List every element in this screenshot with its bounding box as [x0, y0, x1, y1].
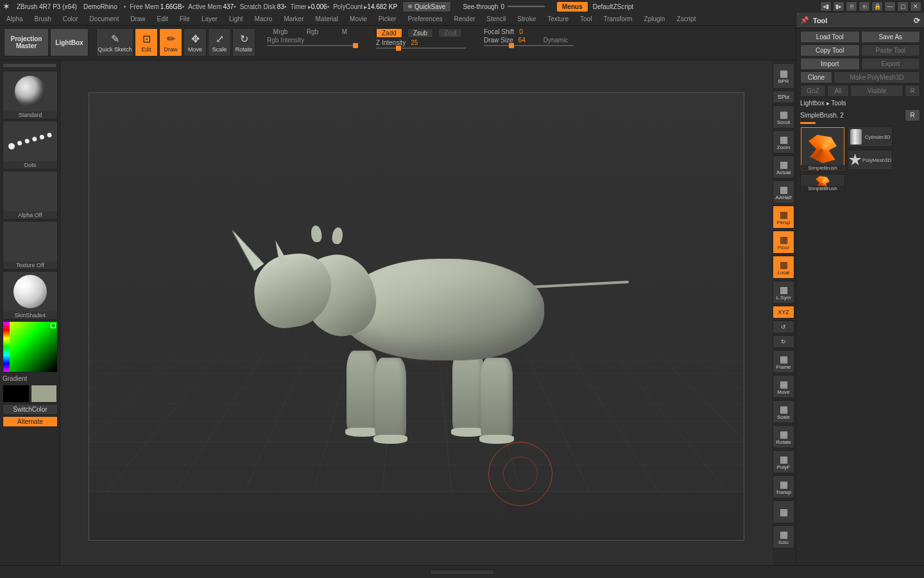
bpr-button[interactable]: ▦BPR: [773, 63, 794, 89]
brush-selector[interactable]: Standard: [3, 71, 58, 119]
texture-selector[interactable]: Texture Off: [3, 221, 58, 270]
menu-document[interactable]: Document: [90, 15, 119, 22]
menu-draw[interactable]: Draw: [130, 15, 145, 22]
maximize-icon[interactable]: ▢: [897, 1, 909, 12]
menu-marker[interactable]: Marker: [284, 15, 304, 22]
xyz-button[interactable]: XYZ: [773, 306, 794, 319]
main-color-swatch[interactable]: [3, 385, 30, 403]
history-next-icon[interactable]: ▮▸: [833, 1, 844, 12]
polyf-button[interactable]: ▦PolyF: [773, 450, 794, 473]
secondary-color-swatch[interactable]: [31, 385, 58, 403]
scroll-button[interactable]: ▦Scroll: [773, 105, 794, 128]
m-button[interactable]: M: [331, 28, 358, 35]
zsub-button[interactable]: Zsub: [407, 28, 433, 38]
persp-button[interactable]: ▦Persp: [773, 206, 794, 229]
color-swatches[interactable]: [3, 385, 57, 403]
menu-preferences[interactable]: Preferences: [408, 15, 443, 22]
lock-icon[interactable]: 🔒: [871, 1, 883, 12]
tool-thumb-cylinder[interactable]: Cylinder3D: [848, 127, 893, 147]
menu-file[interactable]: File: [180, 15, 190, 22]
menu-stencil[interactable]: Stencil: [486, 15, 506, 22]
current-tool-name[interactable]: SimpleBrush. 2: [800, 112, 903, 119]
zcut-button[interactable]: Zcut: [438, 28, 462, 38]
menu-brush[interactable]: Brush: [35, 15, 51, 22]
local-button[interactable]: ▦Local: [773, 256, 794, 279]
menu-render[interactable]: Render: [454, 15, 475, 22]
tray-handle[interactable]: [3, 63, 57, 68]
quicksave-button[interactable]: QuickSave: [402, 1, 451, 12]
rgb-button[interactable]: Rgb: [299, 28, 326, 35]
spix-button[interactable]: SPix: [773, 91, 794, 103]
gradient-label[interactable]: Gradient: [3, 374, 57, 383]
menu-zscript[interactable]: Zscript: [676, 15, 696, 22]
switch-color-button[interactable]: SwitchColor: [3, 404, 58, 415]
history-prev-icon[interactable]: ◂▮: [820, 1, 832, 12]
menu-tool[interactable]: Tool: [580, 15, 592, 22]
scale-mode-button[interactable]: ⤢Scale: [208, 28, 231, 57]
menus-button[interactable]: Menus: [557, 2, 588, 12]
z-intensity-slider[interactable]: [376, 48, 466, 49]
minimize-icon[interactable]: —: [884, 1, 896, 12]
menu-stroke[interactable]: Stroke: [517, 15, 536, 22]
refresh-icon[interactable]: ⟳: [914, 16, 920, 25]
blank-button[interactable]: ▦: [773, 500, 794, 523]
menu-material[interactable]: Material: [316, 15, 339, 22]
close-icon[interactable]: ✕: [910, 1, 921, 12]
goz-visible-button[interactable]: Visible: [850, 85, 903, 97]
aahalf-button[interactable]: ▦AAHalf: [773, 180, 794, 204]
dynamic-label[interactable]: Dynamic: [543, 37, 569, 44]
menu-color[interactable]: Color: [63, 15, 78, 22]
stroke-selector[interactable]: Dots: [3, 121, 58, 170]
zoom-button[interactable]: ▦Zoom: [773, 130, 794, 153]
tool-thumb-polymesh[interactable]: PolyMesh3D: [848, 150, 893, 170]
menu-transform[interactable]: Transform: [603, 15, 632, 22]
export-button[interactable]: Export: [861, 58, 921, 70]
hue-strip[interactable]: [3, 322, 10, 372]
draw-mode-button[interactable]: ✏Draw: [159, 28, 182, 57]
tool-r-button[interactable]: R: [905, 109, 920, 121]
alpha-selector[interactable]: Alpha Off: [3, 171, 58, 220]
copy-tool-button[interactable]: Copy Tool: [800, 44, 860, 57]
menu-picker[interactable]: Picker: [379, 15, 397, 22]
transp-button[interactable]: ▦Transp: [773, 475, 794, 498]
menu-texture[interactable]: Texture: [547, 15, 569, 22]
float-panel-icon[interactable]: ⎗: [859, 1, 870, 12]
goz-all-button[interactable]: All: [827, 85, 849, 97]
solo-button[interactable]: ▦Solo: [773, 525, 794, 548]
frame-button[interactable]: ▦Frame: [773, 350, 794, 373]
mrgb-button[interactable]: Mrgb: [267, 28, 294, 35]
move-mode-button[interactable]: ✥Move: [184, 28, 207, 57]
floor-button[interactable]: ▦Floor: [773, 231, 794, 254]
goz-r-button[interactable]: R: [905, 85, 920, 97]
float-menu-icon[interactable]: ⎘: [846, 1, 857, 12]
material-selector[interactable]: SkinShade4: [3, 271, 58, 320]
menu-macro[interactable]: Macro: [255, 15, 273, 22]
default-zscript[interactable]: DefaultZScript: [593, 3, 633, 10]
scale-button[interactable]: ▦Scale: [773, 400, 794, 423]
menu-edit[interactable]: Edit: [157, 15, 168, 22]
viewport[interactable]: [89, 92, 744, 541]
menu-zplugin[interactable]: Zplugin: [644, 15, 665, 22]
menu-layer[interactable]: Layer: [201, 15, 218, 22]
quick-sketch-button[interactable]: ✎ Quick Sketch: [96, 28, 133, 57]
clone-button[interactable]: Clone: [800, 71, 832, 83]
tool-thumb-simplebrush-2[interactable]: SimpleBrush: [800, 174, 845, 192]
rotate-button[interactable]: ▦Rotate: [773, 425, 794, 448]
alternate-button[interactable]: Alternate: [3, 416, 58, 427]
resize-grip-icon[interactable]: [430, 570, 494, 575]
--button[interactable]: ↺: [773, 320, 794, 333]
load-tool-button[interactable]: Load Tool: [800, 31, 860, 43]
rotate-mode-button[interactable]: ↻Rotate: [232, 28, 255, 57]
paste-tool-button[interactable]: Paste Tool: [861, 44, 921, 57]
make-polymesh-button[interactable]: Make PolyMesh3D: [834, 71, 920, 83]
pin-icon[interactable]: 📌: [800, 16, 809, 24]
menu-movie[interactable]: Movie: [350, 15, 367, 22]
see-through-slider[interactable]: See-through 0: [463, 3, 548, 10]
import-button[interactable]: Import: [800, 58, 860, 70]
menu-light[interactable]: Light: [229, 15, 243, 22]
tool-palette-header[interactable]: 📌 Tool ⟳: [796, 13, 924, 28]
goz-button[interactable]: GoZ: [800, 85, 826, 97]
edit-mode-button[interactable]: ⊡Edit: [135, 28, 158, 57]
save-as-button[interactable]: Save As: [861, 31, 921, 43]
rgb-intensity-slider[interactable]: [267, 45, 357, 46]
